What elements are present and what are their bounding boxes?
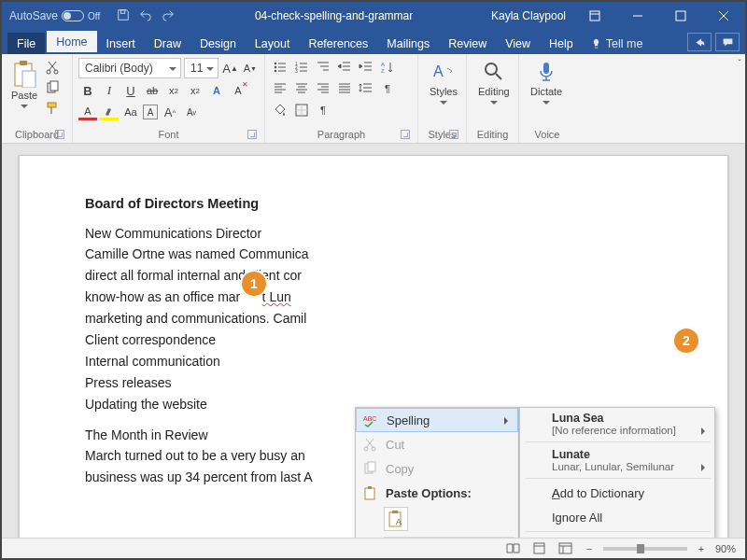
redo-icon[interactable]	[162, 8, 175, 24]
paste-keep-text-button[interactable]: A	[384, 507, 408, 531]
tab-layout[interactable]: Layout	[246, 33, 300, 54]
menu-spelling[interactable]: ABC Spelling	[356, 408, 518, 432]
zoom-slider[interactable]	[603, 547, 687, 551]
menu-see-more[interactable]: SSee More	[520, 534, 714, 538]
tab-mailings[interactable]: Mailings	[377, 33, 439, 54]
editing-button[interactable]: Editing	[472, 58, 515, 127]
svg-rect-5	[22, 71, 35, 88]
shrink-font-2-button[interactable]: Av	[182, 103, 201, 121]
zoom-out-button[interactable]: −	[583, 543, 596, 554]
tab-design[interactable]: Design	[190, 33, 246, 54]
paste-icon	[361, 484, 378, 501]
align-left-button[interactable]	[271, 79, 289, 98]
status-bar: − + 90%	[2, 538, 745, 558]
strikethrough-button[interactable]: ab	[143, 81, 162, 100]
grow-font-button[interactable]: A▲	[221, 59, 238, 77]
microphone-icon	[534, 60, 558, 84]
borders-button[interactable]	[292, 101, 311, 119]
doc-line: Press releases	[85, 374, 662, 392]
highlight-button[interactable]	[100, 104, 119, 120]
menu-paste-options-header: Paste Options:	[356, 481, 518, 505]
zoom-level[interactable]: 90%	[715, 543, 736, 554]
character-border-button[interactable]: A	[143, 105, 158, 119]
suggestion-title[interactable]: Luna Sea	[520, 408, 714, 425]
chevron-down-icon	[490, 101, 498, 108]
grow-font-2-button[interactable]: A^	[161, 103, 179, 121]
svg-rect-29	[368, 486, 372, 489]
show-hide-button[interactable]: ¶	[314, 101, 332, 119]
paste-label: Paste	[11, 90, 37, 101]
dictate-button[interactable]: Dictate	[525, 58, 568, 127]
copy-icon[interactable]	[45, 80, 60, 97]
bold-button[interactable]: B	[78, 81, 97, 100]
suggestion-title[interactable]: Lunate	[520, 444, 714, 461]
user-name[interactable]: Kayla Claypool	[484, 9, 573, 22]
collapse-ribbon-icon[interactable]: ˇ	[738, 58, 741, 69]
maximize-button[interactable]	[659, 2, 702, 30]
multilevel-list-button[interactable]	[314, 58, 332, 77]
close-button[interactable]	[702, 2, 745, 30]
autosave-label: AutoSave	[9, 9, 58, 22]
tab-draw[interactable]: Draw	[145, 33, 190, 54]
document-area[interactable]: Board of Directors Meeting New Communica…	[2, 144, 745, 538]
paragraph-mark-button[interactable]: ¶	[378, 79, 397, 98]
underline-button[interactable]: U	[121, 81, 140, 100]
dialog-launcher-icon[interactable]	[449, 130, 458, 139]
sort-button[interactable]: AZ	[378, 58, 397, 77]
tab-file[interactable]: File	[7, 33, 45, 54]
superscript-button[interactable]: x2	[186, 81, 204, 100]
numbering-button[interactable]: 123	[292, 58, 311, 77]
align-right-button[interactable]	[314, 79, 332, 98]
svg-point-12	[275, 66, 277, 69]
dialog-launcher-icon[interactable]	[55, 130, 64, 139]
spelling-submenu: Luna Sea [No reference information] Luna…	[519, 407, 715, 538]
comments-button[interactable]	[715, 33, 740, 51]
minimize-button[interactable]	[616, 2, 659, 30]
shading-button[interactable]	[271, 101, 289, 119]
undo-icon[interactable]	[139, 8, 152, 24]
tab-references[interactable]: References	[299, 33, 377, 54]
shrink-font-button[interactable]: A▼	[242, 59, 259, 77]
tab-help[interactable]: Help	[540, 33, 583, 54]
font-color-button[interactable]: A	[78, 104, 97, 120]
autosave-toggle[interactable]: AutoSave Off	[2, 9, 107, 22]
dialog-launcher-icon[interactable]	[247, 130, 257, 139]
dialog-launcher-icon[interactable]	[401, 130, 410, 139]
text-effects-button[interactable]: A	[207, 81, 226, 100]
misspelled-word[interactable]: t Lun	[262, 289, 291, 304]
tab-insert[interactable]: Insert	[97, 33, 145, 54]
font-size-combo[interactable]: 11	[184, 58, 218, 78]
read-mode-button[interactable]	[504, 541, 523, 556]
bullets-button[interactable]	[271, 58, 289, 77]
svg-rect-42	[534, 543, 544, 553]
line-spacing-button[interactable]	[357, 79, 375, 98]
subscript-button[interactable]: x2	[164, 81, 183, 100]
increase-indent-button[interactable]	[357, 58, 375, 77]
align-center-button[interactable]	[292, 79, 311, 98]
tell-me-search[interactable]: Tell me	[583, 37, 651, 54]
share-button[interactable]	[687, 33, 712, 51]
paste-button[interactable]: Paste	[7, 58, 41, 127]
font-name-combo[interactable]: Calibri (Body)	[78, 58, 181, 78]
chevron-down-icon	[440, 101, 447, 108]
doc-line: Camille Ortne was named Communica	[85, 245, 662, 263]
tab-view[interactable]: View	[496, 33, 540, 54]
print-layout-button[interactable]	[530, 541, 549, 556]
tab-home[interactable]: Home	[47, 31, 96, 54]
zoom-in-button[interactable]: +	[695, 543, 708, 554]
change-case-button[interactable]: Aa	[121, 103, 140, 121]
web-layout-button[interactable]	[557, 541, 575, 556]
ribbon-display-options-icon[interactable]	[573, 2, 616, 30]
tab-review[interactable]: Review	[439, 33, 496, 54]
save-icon[interactable]	[117, 8, 130, 24]
justify-button[interactable]	[335, 79, 354, 98]
clear-formatting-button[interactable]: A✕	[229, 81, 247, 100]
cut-icon[interactable]	[45, 60, 60, 77]
menu-add-to-dictionary[interactable]: AAdd to Dictionary	[520, 481, 714, 505]
styles-button[interactable]: A Styles	[424, 58, 463, 127]
tell-me-label: Tell me	[606, 37, 643, 50]
format-painter-icon[interactable]	[45, 101, 60, 118]
menu-ignore-all[interactable]: Ignore All	[520, 505, 714, 529]
decrease-indent-button[interactable]	[335, 58, 354, 77]
italic-button[interactable]: I	[100, 81, 119, 100]
